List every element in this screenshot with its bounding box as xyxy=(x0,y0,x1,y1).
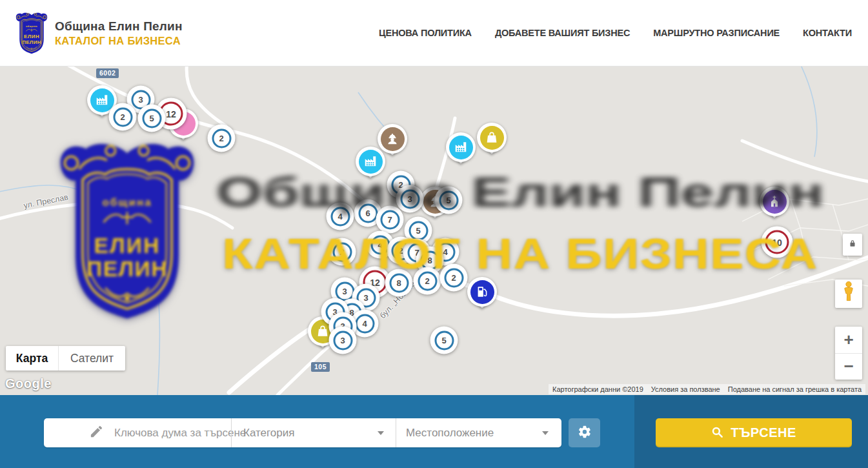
category-dropdown[interactable]: Категория xyxy=(231,418,396,447)
cluster-count: 7 xyxy=(387,215,392,225)
shopping-bag-icon xyxy=(485,130,499,145)
cluster-count: 5 xyxy=(416,226,420,236)
map-attribution: Картографски данни ©2019 Условия за полз… xyxy=(549,384,865,394)
cluster-marker[interactable]: 7 xyxy=(376,206,404,234)
header: Община Елин Пелин КАТАЛОГ НА БИЗНЕСА ЦЕН… xyxy=(0,0,868,66)
page: Община Елин Пелин КАТАЛОГ НА БИЗНЕСА ЦЕН… xyxy=(0,0,868,468)
gear-icon xyxy=(578,425,592,442)
cluster-count: 3 xyxy=(340,336,345,345)
brand-logo[interactable]: Община Елин Пелин КАТАЛОГ НА БИЗНЕСА xyxy=(14,12,183,55)
zoom-out-button[interactable]: − xyxy=(835,354,862,380)
brand-subtitle: КАТАЛОГ НА БИЗНЕСА xyxy=(55,35,183,47)
cluster-marker[interactable]: 5 xyxy=(435,187,463,214)
cluster-count: 3 xyxy=(342,287,347,296)
map-data-copyright: Картографски данни ©2019 xyxy=(549,384,647,394)
map-type-satellite-button[interactable]: Сателит xyxy=(59,346,125,371)
cluster-count: 8 xyxy=(396,278,401,288)
caret-down-icon xyxy=(378,431,384,435)
cluster-count: 8 xyxy=(427,256,432,265)
location-dropdown-label: Местоположение xyxy=(406,427,542,440)
cluster-count: 4 xyxy=(443,247,447,257)
pencil-icon xyxy=(89,424,104,442)
cluster-marker[interactable]: 5 xyxy=(138,105,166,132)
factory-pin[interactable] xyxy=(356,147,385,176)
cluster-count: 2 xyxy=(120,112,125,122)
cluster-count: 5 xyxy=(149,114,154,123)
lock-icon xyxy=(848,238,857,251)
cluster-marker[interactable]: 2 xyxy=(109,103,137,131)
factory-pin[interactable] xyxy=(446,132,476,162)
cluster-count: 4 xyxy=(338,212,342,221)
cluster-marker[interactable]: 2 xyxy=(328,238,356,266)
cluster-count: 5 xyxy=(441,336,446,345)
church-pin[interactable] xyxy=(760,187,789,216)
fuel-icon xyxy=(475,285,489,299)
cluster-count: 3 xyxy=(138,95,143,105)
nav-item-contacts[interactable]: КОНТАКТИ xyxy=(803,28,852,38)
search-filter-group: Категория Местоположение xyxy=(44,418,561,447)
cluster-marker[interactable]: 5 xyxy=(430,327,458,354)
worker-icon xyxy=(385,132,399,146)
zoom-in-button[interactable]: + xyxy=(835,327,862,354)
municipality-crest-logo xyxy=(14,12,49,55)
pegman-icon xyxy=(842,281,856,307)
shopping-bag-pin[interactable] xyxy=(477,123,507,152)
factory-icon xyxy=(95,93,109,107)
search-button-label: ТЪРСЕНЕ xyxy=(731,425,796,440)
street-view-pegman[interactable] xyxy=(835,280,862,308)
cluster-marker[interactable]: 3 xyxy=(329,327,357,354)
cluster-count: 3 xyxy=(407,194,412,204)
map-canvas[interactable]: ул. Преслав бул. „Новосел 6002 105 12325… xyxy=(0,66,868,395)
factory-icon xyxy=(454,140,468,154)
nav-item-route-schedule[interactable]: МАРШРУТНО РАЗПИСАНИЕ xyxy=(653,28,780,38)
cluster-marker[interactable]: 3 xyxy=(396,185,424,213)
search-icon xyxy=(711,426,723,440)
brand-text: Община Елин Пелин КАТАЛОГ НА БИЗНЕСА xyxy=(55,19,183,47)
brand-title: Община Елин Пелин xyxy=(55,19,183,34)
cluster-count: 2 xyxy=(398,246,403,256)
nav-item-add-your-business[interactable]: ДОБАВЕТЕ ВАШИЯТ БИЗНЕС xyxy=(495,28,630,38)
nav-item-pricing-policy[interactable]: ЦЕНОВА ПОЛИТИКА xyxy=(379,28,472,38)
cluster-count: 3 xyxy=(363,293,368,303)
cluster-count: 2 xyxy=(219,134,223,143)
location-dropdown[interactable]: Местоположение xyxy=(396,418,561,447)
cluster-marker[interactable]: 10 xyxy=(762,227,793,258)
cluster-marker[interactable]: 2 xyxy=(440,264,468,292)
cluster-count: 2 xyxy=(339,247,344,257)
map-type-control: Карта Сателит xyxy=(6,346,125,371)
fuel-pin[interactable] xyxy=(467,277,497,307)
advanced-settings-button[interactable] xyxy=(569,418,600,447)
report-map-error-link[interactable]: Подаване на сигнал за грешка в картата xyxy=(724,384,865,394)
church-icon xyxy=(767,194,782,209)
cluster-marker[interactable]: 2 xyxy=(208,125,236,152)
caret-down-icon xyxy=(542,431,549,435)
cluster-marker[interactable]: 8 xyxy=(385,269,413,297)
terms-of-use-link[interactable]: Условия за ползване xyxy=(647,384,724,394)
cluster-marker[interactable]: 2 xyxy=(414,267,441,295)
map-type-map-button[interactable]: Карта xyxy=(6,346,59,371)
cluster-marker[interactable]: 4 xyxy=(327,203,354,230)
cluster-count: 2 xyxy=(425,276,429,286)
main-nav: ЦЕНОВА ПОЛИТИКА ДОБАВЕТЕ ВАШИЯТ БИЗНЕС М… xyxy=(379,28,868,38)
zoom-control: + − xyxy=(835,327,862,380)
google-logo[interactable]: Google xyxy=(5,376,52,391)
search-bar: Категория Местоположение ТЪРСЕНЕ xyxy=(0,395,868,468)
cluster-count: 6 xyxy=(365,209,370,218)
cluster-count: 12 xyxy=(166,108,176,119)
keyword-section xyxy=(44,418,231,447)
map-markers: 1232522356475422748128223383433510 xyxy=(0,66,868,395)
cluster-count: 5 xyxy=(446,196,450,205)
lock-button[interactable] xyxy=(843,234,862,256)
category-dropdown-label: Категория xyxy=(243,427,378,440)
factory-icon xyxy=(363,154,378,168)
cluster-count: 4 xyxy=(362,319,367,329)
shopping-bag-icon xyxy=(316,324,330,338)
cluster-count: 10 xyxy=(772,237,782,247)
cluster-count: 2 xyxy=(451,273,456,283)
search-button[interactable]: ТЪРСЕНЕ xyxy=(656,418,852,447)
cluster-count: 4 xyxy=(378,240,382,250)
